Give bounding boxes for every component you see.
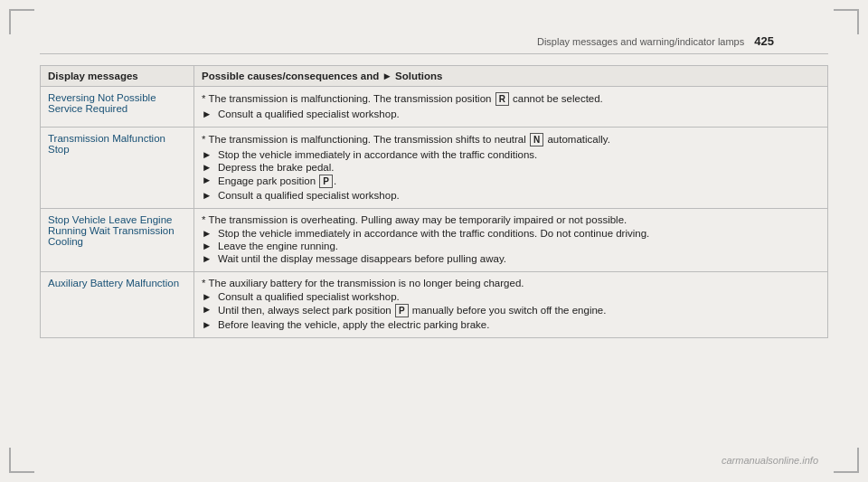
corner-decoration-bl bbox=[9, 448, 34, 473]
page-wrapper: Display messages and warning/indicator l… bbox=[0, 0, 868, 482]
col-header-solutions: Possible causes/consequences and ► Solut… bbox=[194, 66, 828, 87]
first-line: * The transmission is malfunctioning. Th… bbox=[202, 133, 820, 146]
corner-decoration-tl bbox=[9, 9, 34, 34]
bullet-item: ► Consult a qualified specialist worksho… bbox=[202, 190, 820, 201]
page-header: Display messages and warning/indicator l… bbox=[40, 0, 828, 54]
bullet-text: Until then, always select park position … bbox=[218, 304, 606, 317]
solutions-cell: * The transmission is malfunctioning. Th… bbox=[194, 128, 828, 209]
bullet-text: Depress the brake pedal. bbox=[218, 162, 335, 173]
display-messages-table: Display messages Possible causes/consequ… bbox=[40, 65, 828, 338]
display-message-cell: Auxiliary Battery Malfunction bbox=[41, 272, 194, 338]
bullet-text: Wait until the display message disappear… bbox=[218, 253, 506, 264]
arrow-icon: ► bbox=[202, 304, 214, 315]
arrow-icon: ► bbox=[202, 149, 214, 160]
display-message-cell: Reversing Not Possible Service Required bbox=[41, 87, 194, 128]
key-P: P bbox=[395, 304, 409, 317]
bullet-item: ► Before leaving the vehicle, apply the … bbox=[202, 319, 820, 330]
bullet-item: ► Stop the vehicle immediately in accord… bbox=[202, 149, 820, 160]
arrow-icon: ► bbox=[202, 291, 214, 302]
first-line: * The auxiliary battery for the transmis… bbox=[202, 278, 820, 288]
arrow-icon: ► bbox=[202, 109, 214, 119]
bullet-item: ► Consult a qualified specialist worksho… bbox=[202, 109, 820, 119]
page-number: 425 bbox=[754, 34, 774, 48]
bullet-item: ► Wait until the display message disappe… bbox=[202, 253, 820, 264]
key-R: R bbox=[495, 92, 509, 106]
arrow-icon: ► bbox=[202, 190, 214, 201]
display-message-cell: Stop Vehicle Leave Engine Running Wait T… bbox=[41, 209, 194, 272]
solutions-cell: * The transmission is overheating. Pulli… bbox=[194, 209, 828, 272]
watermark: carmanualsonline.info bbox=[722, 455, 818, 466]
main-content: Display messages Possible causes/consequ… bbox=[40, 65, 828, 338]
table-row: Transmission Malfunction Stop * The tran… bbox=[41, 128, 828, 209]
bullet-text: Consult a qualified specialist workshop. bbox=[218, 109, 400, 119]
solutions-cell: * The transmission is malfunctioning. Th… bbox=[194, 87, 828, 128]
first-line: * The transmission is malfunctioning. Th… bbox=[202, 92, 820, 106]
bullet-item: ► Leave the engine running. bbox=[202, 241, 820, 251]
bullet-text: Stop the vehicle immediately in accordan… bbox=[218, 228, 649, 239]
bullet-text: Stop the vehicle immediately in accordan… bbox=[218, 149, 537, 160]
bullet-text: Leave the engine running. bbox=[218, 241, 338, 251]
bullet-item: ► Depress the brake pedal. bbox=[202, 162, 820, 173]
bullet-item: ► Consult a qualified specialist worksho… bbox=[202, 291, 820, 302]
arrow-icon: ► bbox=[202, 253, 214, 264]
arrow-icon: ► bbox=[202, 228, 214, 239]
key-N: N bbox=[530, 133, 543, 146]
solutions-cell: * The auxiliary battery for the transmis… bbox=[194, 272, 828, 338]
table-row: Stop Vehicle Leave Engine Running Wait T… bbox=[41, 209, 828, 272]
bullet-item: ► Engage park position P. bbox=[202, 175, 820, 188]
arrow-icon: ► bbox=[202, 175, 214, 185]
header-text: Display messages and warning/indicator l… bbox=[537, 36, 744, 47]
first-line: * The transmission is overheating. Pulli… bbox=[202, 214, 820, 225]
arrow-icon: ► bbox=[202, 241, 214, 251]
display-message-cell: Transmission Malfunction Stop bbox=[41, 128, 194, 209]
key-P: P bbox=[319, 175, 333, 188]
arrow-icon: ► bbox=[202, 319, 214, 330]
bullet-text: Consult a qualified specialist workshop. bbox=[218, 190, 400, 201]
display-message-text: Auxiliary Battery Malfunction bbox=[48, 278, 179, 288]
bullet-item: ► Stop the vehicle immediately in accord… bbox=[202, 228, 820, 239]
table-row: Auxiliary Battery Malfunction * The auxi… bbox=[41, 272, 828, 338]
corner-decoration-tr bbox=[834, 9, 859, 34]
corner-decoration-br bbox=[834, 448, 859, 473]
display-message-text: Transmission Malfunction Stop bbox=[48, 133, 165, 155]
table-row: Reversing Not Possible Service Required … bbox=[41, 87, 828, 128]
bullet-text: Engage park position P. bbox=[218, 175, 336, 188]
display-message-text: Reversing Not Possible Service Required bbox=[48, 92, 156, 114]
bullet-item: ► Until then, always select park positio… bbox=[202, 304, 820, 317]
display-message-text: Stop Vehicle Leave Engine Running Wait T… bbox=[48, 214, 175, 247]
table-header-row: Display messages Possible causes/consequ… bbox=[41, 66, 828, 87]
bullet-text: Before leaving the vehicle, apply the el… bbox=[218, 319, 489, 330]
bullet-text: Consult a qualified specialist workshop. bbox=[218, 291, 400, 302]
col-header-display-messages: Display messages bbox=[41, 66, 194, 87]
arrow-icon: ► bbox=[202, 162, 214, 173]
